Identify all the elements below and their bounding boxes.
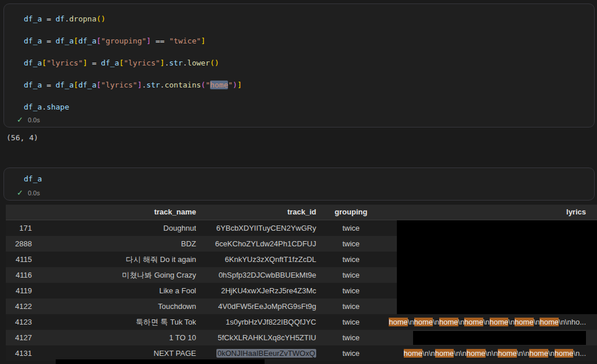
code-token: df_a	[24, 81, 42, 89]
code-line[interactable]: df_a = df_a[df_a["grouping"] == "twice"]	[24, 35, 242, 46]
table-row: 4122Touchdown4V0dFW5rEeJoMpRG9sFt9gtwice	[6, 299, 597, 314]
code-token: df	[56, 14, 65, 23]
code-token: "lyrics"	[101, 81, 138, 89]
cell-track-name: 미쳤나봐 Going Crazy	[32, 267, 196, 283]
code-editor-1[interactable]: df_a = df.dropna() df_a = df_a[df_a["gro…	[24, 13, 242, 112]
cell-index: 4127	[6, 330, 32, 345]
cell-lyrics: home\nhome\nhome\nhome\nhome\nhome\nhome…	[386, 314, 597, 330]
code-line[interactable]	[24, 46, 242, 57]
table-row: 4119Like a Fool2HjKU4xwXJeRzJ5re4Z3Mctwi…	[6, 283, 597, 299]
lyrics-text: \n	[534, 318, 540, 326]
cell-grouping: twice	[316, 345, 386, 361]
cell-track-id: 0hSpfp32DJCwbBBUEkMt9e	[196, 267, 316, 283]
success-check-icon: ✓	[17, 189, 23, 196]
code-token: dropna	[69, 14, 96, 23]
selected-text: 0kONJIHaaIBEeurZvTWOxQ	[216, 349, 316, 358]
cell-index: 4131	[6, 345, 32, 361]
cell-track-name: Like a Fool	[32, 283, 196, 299]
code-token: "twice"	[169, 37, 201, 45]
lyrics-text: \n\n	[454, 349, 466, 358]
cell-grouping: twice	[316, 314, 386, 330]
code-token: .	[42, 103, 46, 111]
code-token: ]	[237, 81, 242, 89]
execution-time: 0.0s	[28, 117, 40, 123]
lyrics-text: \n\nho...	[559, 318, 586, 326]
code-token: ()	[96, 14, 106, 23]
column-header-lyrics: lyrics	[386, 205, 597, 220]
code-line[interactable]	[24, 24, 242, 35]
code-token: df_a	[101, 59, 119, 67]
search-highlight: home	[529, 349, 548, 358]
code-line[interactable]	[24, 68, 242, 79]
cell-track-name: 1 TO 10	[32, 330, 196, 345]
redaction-box	[397, 236, 597, 252]
code-token: ()	[210, 59, 219, 67]
code-token: (	[201, 81, 205, 89]
code-editor-2[interactable]: df_a	[24, 173, 42, 184]
redaction-box	[397, 267, 597, 283]
selected-text: home	[210, 81, 228, 89]
code-line[interactable]: df_a	[24, 173, 42, 184]
code-token: "lyrics"	[124, 59, 160, 67]
column-header-track-name: track_name	[32, 205, 196, 220]
cell-index: 4123	[6, 314, 32, 330]
dataframe-output: track_nametrack_idgroupinglyrics171Dough…	[6, 205, 597, 361]
lyrics-text: \n\n	[422, 349, 435, 358]
execution-status-2: ✓ 0.0s	[17, 189, 40, 196]
cell-track-name: BDZ	[32, 236, 196, 252]
code-line[interactable]: df_a["lyrics"] = df_a["lyrics"].str.lowe…	[24, 57, 242, 68]
code-token: =	[42, 37, 55, 45]
code-token: df_a	[78, 37, 96, 45]
code-line[interactable]: df_a.shape	[24, 101, 242, 112]
code-cell-2[interactable]: df_a ✓ 0.0s	[3, 168, 595, 201]
cell-track-name: Doughnut	[32, 220, 196, 236]
table-header-row: track_nametrack_idgroupinglyrics	[6, 205, 597, 220]
search-highlight: home	[389, 318, 408, 326]
redaction-strip	[56, 359, 265, 364]
cell-grouping: twice	[316, 236, 386, 252]
cell-index: 4115	[6, 252, 32, 267]
code-line[interactable]: df_a = df_a[df_a["lyrics"].str.contains(…	[24, 79, 242, 90]
cell-track-id: 2HjKU4xwXJeRzJ5re4Z3Mc	[196, 283, 316, 299]
code-token: df_a	[24, 14, 42, 23]
cell-track-id: 4V0dFW5rEeJoMpRG9sFt9g	[196, 299, 316, 314]
cell-grouping: twice	[316, 283, 386, 299]
code-token: )	[233, 81, 237, 89]
code-token: ]	[138, 81, 142, 89]
code-token: ]	[201, 37, 205, 45]
cell-track-name: 툭하면 톡 Tuk Tok	[32, 314, 196, 330]
redaction-box	[397, 283, 597, 299]
cell-track-name: 다시 해줘 Do it again	[32, 252, 196, 267]
code-cell-1[interactable]: df_a = df.dropna() df_a = df_a[df_a["gro…	[3, 3, 595, 128]
search-highlight: home	[435, 349, 454, 358]
code-token: "	[205, 81, 210, 89]
code-token: df_a	[24, 59, 42, 67]
code-line[interactable]	[24, 90, 242, 101]
lyrics-text: \n	[408, 318, 414, 326]
cell-track-id: 6YBcbXDYIITuyCEN2YwGRy	[196, 220, 316, 236]
search-highlight: home	[498, 349, 517, 358]
lyrics-text: \n\n	[486, 349, 498, 358]
cell-grouping: twice	[316, 299, 386, 314]
search-highlight: home	[555, 349, 574, 358]
cell-index: 171	[6, 220, 32, 236]
cell-index: 4122	[6, 299, 32, 314]
code-token: =	[88, 59, 101, 67]
column-header-grouping: grouping	[316, 205, 386, 220]
code-token: [	[96, 37, 101, 45]
cell-track-id: 6KnkYUz3zXQnftT1fzZcDL	[196, 252, 316, 267]
code-token: df_a	[24, 174, 42, 183]
search-highlight: home	[490, 318, 509, 326]
search-highlight: home	[464, 318, 483, 326]
redaction-box	[397, 252, 597, 267]
code-token: shape	[46, 103, 69, 111]
code-token: lower	[187, 59, 210, 67]
code-line[interactable]: df_a = df.dropna()	[24, 13, 242, 24]
redaction-box	[397, 299, 597, 314]
code-token: df_a	[78, 81, 96, 89]
search-highlight: home	[404, 349, 423, 358]
table-row: 2888BDZ6ceKChoZYLdw24Ph1CDFUJtwice	[6, 236, 597, 252]
code-token: .	[160, 81, 165, 89]
code-token: df_a	[24, 37, 42, 45]
cell-index: 4119	[6, 283, 32, 299]
